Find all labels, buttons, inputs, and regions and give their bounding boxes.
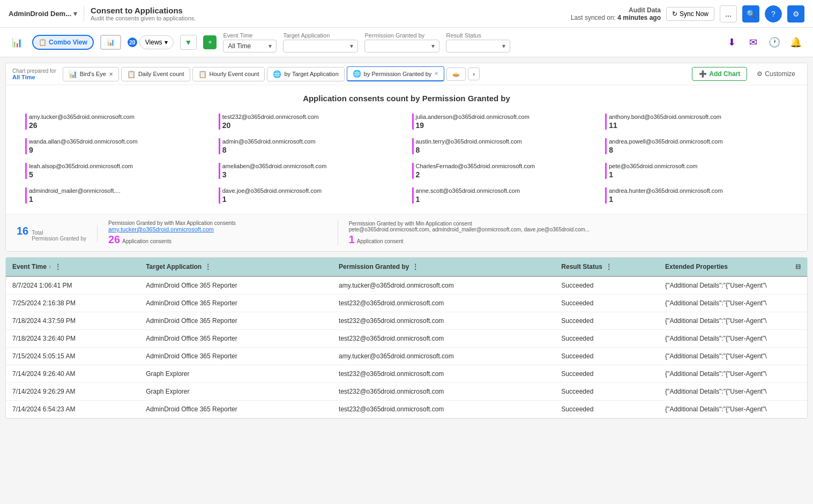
th-extended[interactable]: Extended Properties ⊟ [659, 258, 807, 276]
table-row[interactable]: 7/18/2024 3:26:40 PM AdminDroid Office 3… [6, 330, 807, 348]
stat-max-name[interactable]: amy.tucker@o365droid.onmicrosoft.com [108, 226, 327, 232]
chart-entry[interactable]: wanda.allan@o365droid.onmicrosoft.com 9 [25, 136, 208, 156]
th-result[interactable]: Result Status ⋮ [555, 258, 659, 276]
chart-entry[interactable]: andrea.powell@o365droid.onmicrosoft.com … [605, 136, 788, 156]
close-tab-icon[interactable]: ✕ [434, 71, 438, 77]
chart-entry[interactable]: anne.scott@o365droid.onmicrosoft.com 1 [412, 185, 595, 206]
combo-view-button[interactable]: 📋 Combo View [32, 35, 94, 50]
cell-permission: test232@o365droid.onmicrosoft.com [332, 330, 555, 348]
chart-entry-info: austin.terry@o365droid.onmicrosoft.com 8 [416, 138, 522, 154]
chart-bar [412, 163, 414, 179]
chart-entry-count: 20 [222, 121, 319, 130]
tab-permission[interactable]: 🌐 by Permission Granted by ✕ [347, 66, 445, 81]
column-menu-icon[interactable]: ⋮ [605, 263, 613, 270]
chevron-down-icon: ▾ [268, 42, 272, 50]
result-select[interactable]: ▾ [446, 40, 510, 52]
times-icon: ✕ [109, 71, 113, 77]
customize-button[interactable]: ⚙ Customize [751, 67, 801, 80]
chart-entry[interactable]: anthony.bond@o365droid.onmicrosoft.com 1… [605, 111, 788, 132]
header-left: AdminDroid Dem... ▾ Consent to Applicati… [9, 6, 196, 22]
chart-entry[interactable]: test232@o365droid.onmicrosoft.com 20 [219, 111, 401, 132]
chart-entry[interactable]: julia.anderson@o365droid.onmicrosoft.com… [412, 111, 595, 132]
filter-button[interactable]: ▼ [180, 35, 197, 50]
stat-max-count: 26 [108, 234, 120, 246]
chart-time-label: Chart prepared for [12, 68, 56, 74]
permission-select[interactable]: ▾ [364, 40, 439, 52]
views-button[interactable]: Views ▾ [139, 35, 174, 49]
cell-result: Succeeded [555, 365, 659, 383]
page-title: Consent to Applications [91, 6, 196, 15]
tab-birds-eye[interactable]: 📊 Bird's Eye ✕ [63, 67, 119, 81]
cell-event-time: 7/15/2024 5:05:15 AM [6, 348, 139, 365]
chart-time-value[interactable]: All Time [12, 74, 56, 80]
chart-view-button[interactable]: 📊 [100, 35, 121, 50]
chart-entry[interactable]: admindroid_mailer@onmicrosoft.... 1 [25, 185, 208, 206]
th-target-app[interactable]: Target Application ⋮ [139, 258, 332, 276]
customize-label: Customize [765, 70, 795, 78]
chart-entry[interactable]: austin.terry@o365droid.onmicrosoft.com 8 [412, 136, 595, 156]
target-app-filter: Target Application ▾ [283, 32, 358, 52]
event-time-select[interactable]: All Time ▾ [223, 40, 277, 52]
chart-entry-info: leah.alsop@o365droid.onmicrosoft.com 5 [29, 163, 133, 179]
column-menu-icon[interactable]: ⋮ [411, 263, 420, 270]
table-row[interactable]: 8/7/2024 1:06:41 PM AdminDroid Office 36… [6, 276, 807, 295]
target-app-select[interactable]: ▾ [283, 40, 358, 52]
chart-entry[interactable]: leah.alsop@o365droid.onmicrosoft.com 5 [25, 161, 208, 181]
permission-label: Permission Granted by [364, 32, 439, 39]
search-button[interactable]: 🔍 [742, 5, 759, 22]
tab-pie-preview[interactable]: 🥧 [446, 67, 466, 81]
table-row[interactable]: 7/15/2024 5:05:15 AM AdminDroid Office 3… [6, 348, 807, 365]
table-row[interactable]: 7/14/2024 6:54:23 AM AdminDroid Office 3… [6, 401, 807, 418]
chart-entry[interactable]: amy.tucker@o365droid.onmicrosoft.com 26 [25, 111, 208, 132]
more-options-button[interactable]: ... [720, 5, 737, 22]
bar-chart-icon: 📊 [69, 70, 77, 78]
settings-button[interactable]: ⚙ [787, 5, 804, 22]
cell-permission: test232@o365droid.onmicrosoft.com [332, 401, 555, 418]
chart-entry[interactable]: ameliaben@o365droid.onmicrosoft.com 3 [219, 161, 401, 181]
chart-entry-count: 9 [29, 146, 138, 154]
table-row[interactable]: 7/14/2024 9:26:40 AM Graph Explorer test… [6, 365, 807, 383]
calendar-icon: 📋 [127, 70, 136, 78]
alert-button[interactable]: 🔔 [787, 34, 804, 51]
column-resize-icon[interactable]: ⊟ [795, 263, 801, 270]
column-menu-icon[interactable]: ⋮ [204, 263, 212, 270]
chart-entry[interactable]: pete@o365droid.onmicrosoft.com 1 [605, 161, 788, 181]
cell-permission: test232@o365droid.onmicrosoft.com [332, 312, 555, 330]
app-selector[interactable]: AdminDroid Dem... ▾ [9, 10, 77, 18]
chart-entry-count: 8 [222, 146, 316, 154]
table-row[interactable]: 7/25/2024 2:16:38 PM AdminDroid Office 3… [6, 295, 807, 312]
tab-daily[interactable]: 📋 Daily Event count [121, 67, 190, 81]
filter-add-button[interactable]: + [203, 35, 217, 49]
chart-entry-name: andrea.powell@o365droid.onmicrosoft.com [609, 138, 722, 145]
chart-entry-info: test232@o365droid.onmicrosoft.com 20 [222, 114, 319, 130]
table-row[interactable]: 7/18/2024 4:37:59 PM AdminDroid Office 3… [6, 312, 807, 330]
email-button[interactable]: ✉ [744, 34, 762, 51]
more-charts-button[interactable]: › [468, 67, 480, 80]
chart-entry[interactable]: CharlesFernado@o365droid.onmicrosoft.com… [412, 161, 595, 181]
chart-entry-count: 8 [416, 146, 522, 154]
chart-entry-count: 2 [416, 170, 535, 179]
permission-value [369, 42, 371, 50]
cell-result: Succeeded [555, 276, 659, 295]
page-title-block: Consent to Applications Audit the consen… [91, 6, 196, 21]
help-button[interactable]: ? [765, 5, 782, 22]
cell-result: Succeeded [555, 312, 659, 330]
tab-target-app[interactable]: 🌐 by Target Application [267, 67, 344, 81]
download-button[interactable]: ⬇ [723, 34, 740, 51]
tab-hourly[interactable]: 📋 Hourly Event count [192, 67, 265, 81]
column-menu-icon[interactable]: ⋮ [54, 263, 62, 270]
table-row[interactable]: 7/14/2024 9:26:29 AM Graph Explorer test… [6, 383, 807, 401]
add-chart-button[interactable]: ➕ Add Chart [692, 67, 747, 81]
chart-entry-info: admin@o365droid.onmicrosoft.com 8 [222, 138, 316, 154]
th-permission[interactable]: Permission Granted by ⋮ [332, 258, 555, 276]
cell-event-time: 7/14/2024 9:26:40 AM [6, 365, 139, 383]
sync-now-button[interactable]: ↻ Sync Now [666, 7, 714, 21]
chart-title: Application consents count by Permission… [14, 94, 799, 103]
chart-icon-button[interactable]: 📊 [9, 34, 26, 51]
chart-entry[interactable]: dave.joe@o365droid.onmicrosoft.com 1 [219, 185, 401, 206]
th-event-time[interactable]: Event Time ↑ ⋮ [6, 258, 139, 276]
chart-entry[interactable]: admin@o365droid.onmicrosoft.com 8 [219, 136, 401, 156]
schedule-button[interactable]: 🕐 [766, 34, 783, 51]
cell-extended: {"Additional Details":"{"User-Agent"\ [659, 312, 807, 330]
chart-entry[interactable]: andrea.hunter@o365droid.onmicrosoft.com … [605, 185, 788, 206]
